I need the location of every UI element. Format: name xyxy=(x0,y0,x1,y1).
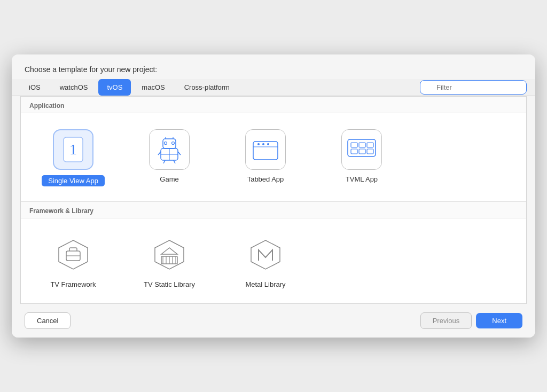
svg-rect-20 xyxy=(351,143,357,147)
svg-point-17 xyxy=(262,143,264,145)
template-icon-metal-library xyxy=(244,233,287,276)
svg-point-16 xyxy=(257,143,260,145)
template-label-tv-framework: TV Framework xyxy=(50,280,96,288)
template-label-tv-static-library: TV Static Library xyxy=(144,280,195,288)
tab-macos[interactable]: macOS xyxy=(133,79,173,96)
content-area: Application 1 Single View App xyxy=(20,96,527,304)
template-label-tvml-app: TVML App xyxy=(346,175,378,183)
template-icon-tv-framework xyxy=(52,233,95,276)
svg-rect-2 xyxy=(163,139,176,148)
template-icon-tvml-app xyxy=(340,128,383,171)
cancel-button[interactable]: Cancel xyxy=(25,312,71,329)
svg-rect-21 xyxy=(359,143,365,147)
svg-text:1: 1 xyxy=(69,141,77,158)
template-item-tv-static-library[interactable]: TV Static Library xyxy=(121,227,217,295)
svg-line-12 xyxy=(163,160,165,163)
filter-container: ⊕ xyxy=(420,80,527,95)
svg-marker-31 xyxy=(161,248,177,254)
next-button[interactable]: Next xyxy=(476,313,522,328)
dialog-title: Choose a template for your new project: xyxy=(12,54,535,79)
application-templates-grid: 1 Single View App xyxy=(21,113,526,201)
template-label-game: Game xyxy=(160,175,178,183)
svg-rect-14 xyxy=(253,142,278,160)
template-item-tv-framework[interactable]: TV Framework xyxy=(25,227,121,295)
svg-rect-25 xyxy=(367,149,373,154)
template-item-game[interactable]: Game xyxy=(121,122,217,193)
svg-point-3 xyxy=(165,142,167,145)
svg-marker-37 xyxy=(251,240,280,269)
template-icon-single-view-app: 1 xyxy=(52,128,95,171)
tabs-bar: iOS watchOS tvOS macOS Cross-platform ⊕ xyxy=(12,79,535,96)
svg-rect-24 xyxy=(359,149,365,154)
svg-rect-22 xyxy=(367,143,373,147)
template-item-tabbed-app[interactable]: Tabbed App xyxy=(217,122,314,193)
svg-point-18 xyxy=(267,143,269,145)
template-icon-game xyxy=(148,128,191,171)
framework-templates-grid: TV Framework xyxy=(21,218,526,303)
tab-watchos[interactable]: watchOS xyxy=(51,79,97,96)
template-icon-tv-static-library xyxy=(148,233,191,276)
bottom-bar: Cancel Previous Next xyxy=(12,304,535,338)
tab-crossplatform[interactable]: Cross-platform xyxy=(176,79,238,96)
new-project-dialog: Choose a template for your new project: … xyxy=(12,54,535,338)
template-item-single-view-app[interactable]: 1 Single View App xyxy=(25,122,121,193)
tab-tvos[interactable]: tvOS xyxy=(98,79,131,96)
template-item-metal-library[interactable]: Metal Library xyxy=(217,227,314,295)
template-label-tabbed-app: Tabbed App xyxy=(247,175,284,183)
svg-rect-23 xyxy=(351,149,357,154)
template-label-single-view-app: Single View App xyxy=(42,175,105,186)
svg-point-4 xyxy=(172,142,175,145)
svg-marker-26 xyxy=(59,240,88,269)
svg-marker-29 xyxy=(155,240,184,269)
section-header-application: Application xyxy=(21,97,526,113)
template-label-metal-library: Metal Library xyxy=(245,280,285,288)
tab-ios[interactable]: iOS xyxy=(20,79,49,96)
svg-line-13 xyxy=(174,160,175,163)
template-icon-tabbed-app xyxy=(244,128,287,171)
template-item-tvml-app[interactable]: TVML App xyxy=(314,122,410,193)
filter-input[interactable] xyxy=(420,80,527,95)
previous-button[interactable]: Previous xyxy=(420,312,472,329)
section-header-framework: Framework & Library xyxy=(21,202,526,218)
